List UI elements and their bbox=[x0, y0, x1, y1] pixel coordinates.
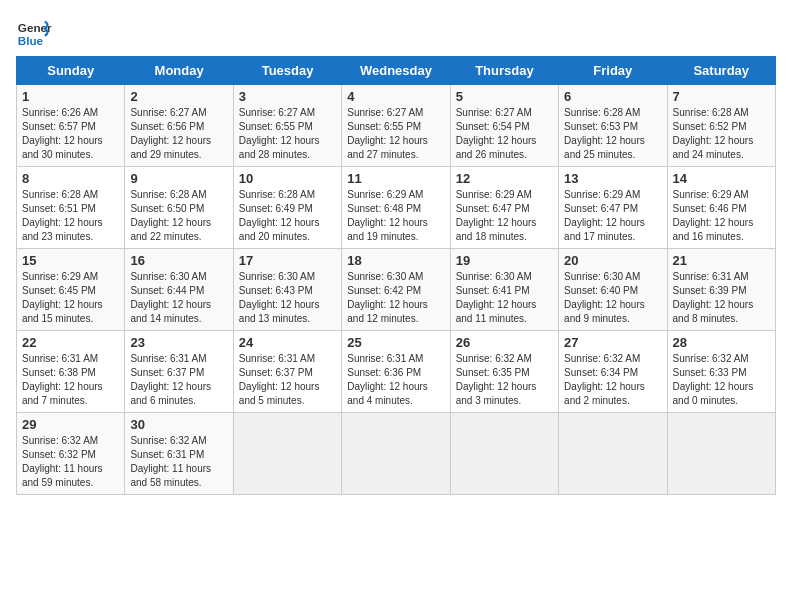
day-cell: 7 Sunrise: 6:28 AMSunset: 6:52 PMDayligh… bbox=[667, 85, 775, 167]
col-header-sunday: Sunday bbox=[17, 57, 125, 85]
day-number: 22 bbox=[22, 335, 119, 350]
day-number: 14 bbox=[673, 171, 770, 186]
day-cell: 11 Sunrise: 6:29 AMSunset: 6:48 PMDaylig… bbox=[342, 167, 450, 249]
calendar-table: SundayMondayTuesdayWednesdayThursdayFrid… bbox=[16, 56, 776, 495]
page-header: General Blue bbox=[16, 16, 776, 52]
week-row-3: 15 Sunrise: 6:29 AMSunset: 6:45 PMDaylig… bbox=[17, 249, 776, 331]
day-cell: 4 Sunrise: 6:27 AMSunset: 6:55 PMDayligh… bbox=[342, 85, 450, 167]
day-detail: Sunrise: 6:32 AMSunset: 6:33 PMDaylight:… bbox=[673, 353, 754, 406]
day-cell bbox=[559, 413, 667, 495]
day-number: 13 bbox=[564, 171, 661, 186]
day-number: 24 bbox=[239, 335, 336, 350]
day-cell: 26 Sunrise: 6:32 AMSunset: 6:35 PMDaylig… bbox=[450, 331, 558, 413]
day-number: 12 bbox=[456, 171, 553, 186]
day-detail: Sunrise: 6:28 AMSunset: 6:51 PMDaylight:… bbox=[22, 189, 103, 242]
day-detail: Sunrise: 6:27 AMSunset: 6:55 PMDaylight:… bbox=[347, 107, 428, 160]
day-number: 9 bbox=[130, 171, 227, 186]
day-number: 15 bbox=[22, 253, 119, 268]
day-detail: Sunrise: 6:32 AMSunset: 6:32 PMDaylight:… bbox=[22, 435, 103, 488]
day-cell: 9 Sunrise: 6:28 AMSunset: 6:50 PMDayligh… bbox=[125, 167, 233, 249]
day-detail: Sunrise: 6:28 AMSunset: 6:50 PMDaylight:… bbox=[130, 189, 211, 242]
day-cell bbox=[342, 413, 450, 495]
day-number: 7 bbox=[673, 89, 770, 104]
day-number: 28 bbox=[673, 335, 770, 350]
day-detail: Sunrise: 6:27 AMSunset: 6:54 PMDaylight:… bbox=[456, 107, 537, 160]
day-cell: 30 Sunrise: 6:32 AMSunset: 6:31 PMDaylig… bbox=[125, 413, 233, 495]
week-row-2: 8 Sunrise: 6:28 AMSunset: 6:51 PMDayligh… bbox=[17, 167, 776, 249]
day-number: 1 bbox=[22, 89, 119, 104]
day-detail: Sunrise: 6:28 AMSunset: 6:49 PMDaylight:… bbox=[239, 189, 320, 242]
day-cell: 19 Sunrise: 6:30 AMSunset: 6:41 PMDaylig… bbox=[450, 249, 558, 331]
col-header-tuesday: Tuesday bbox=[233, 57, 341, 85]
day-cell: 6 Sunrise: 6:28 AMSunset: 6:53 PMDayligh… bbox=[559, 85, 667, 167]
day-cell: 15 Sunrise: 6:29 AMSunset: 6:45 PMDaylig… bbox=[17, 249, 125, 331]
day-detail: Sunrise: 6:28 AMSunset: 6:53 PMDaylight:… bbox=[564, 107, 645, 160]
day-detail: Sunrise: 6:31 AMSunset: 6:37 PMDaylight:… bbox=[239, 353, 320, 406]
day-detail: Sunrise: 6:31 AMSunset: 6:36 PMDaylight:… bbox=[347, 353, 428, 406]
week-row-5: 29 Sunrise: 6:32 AMSunset: 6:32 PMDaylig… bbox=[17, 413, 776, 495]
day-detail: Sunrise: 6:30 AMSunset: 6:42 PMDaylight:… bbox=[347, 271, 428, 324]
day-number: 27 bbox=[564, 335, 661, 350]
day-detail: Sunrise: 6:29 AMSunset: 6:46 PMDaylight:… bbox=[673, 189, 754, 242]
day-detail: Sunrise: 6:31 AMSunset: 6:38 PMDaylight:… bbox=[22, 353, 103, 406]
day-cell bbox=[667, 413, 775, 495]
day-cell: 21 Sunrise: 6:31 AMSunset: 6:39 PMDaylig… bbox=[667, 249, 775, 331]
day-cell: 25 Sunrise: 6:31 AMSunset: 6:36 PMDaylig… bbox=[342, 331, 450, 413]
day-detail: Sunrise: 6:31 AMSunset: 6:39 PMDaylight:… bbox=[673, 271, 754, 324]
day-detail: Sunrise: 6:30 AMSunset: 6:40 PMDaylight:… bbox=[564, 271, 645, 324]
day-cell: 23 Sunrise: 6:31 AMSunset: 6:37 PMDaylig… bbox=[125, 331, 233, 413]
day-cell: 24 Sunrise: 6:31 AMSunset: 6:37 PMDaylig… bbox=[233, 331, 341, 413]
col-header-saturday: Saturday bbox=[667, 57, 775, 85]
day-number: 21 bbox=[673, 253, 770, 268]
day-number: 19 bbox=[456, 253, 553, 268]
day-number: 18 bbox=[347, 253, 444, 268]
day-number: 2 bbox=[130, 89, 227, 104]
day-detail: Sunrise: 6:30 AMSunset: 6:44 PMDaylight:… bbox=[130, 271, 211, 324]
day-detail: Sunrise: 6:26 AMSunset: 6:57 PMDaylight:… bbox=[22, 107, 103, 160]
day-number: 11 bbox=[347, 171, 444, 186]
logo: General Blue bbox=[16, 16, 52, 52]
day-number: 5 bbox=[456, 89, 553, 104]
day-cell bbox=[233, 413, 341, 495]
day-detail: Sunrise: 6:27 AMSunset: 6:55 PMDaylight:… bbox=[239, 107, 320, 160]
day-number: 23 bbox=[130, 335, 227, 350]
day-detail: Sunrise: 6:31 AMSunset: 6:37 PMDaylight:… bbox=[130, 353, 211, 406]
day-number: 10 bbox=[239, 171, 336, 186]
day-detail: Sunrise: 6:29 AMSunset: 6:45 PMDaylight:… bbox=[22, 271, 103, 324]
day-number: 25 bbox=[347, 335, 444, 350]
day-cell: 20 Sunrise: 6:30 AMSunset: 6:40 PMDaylig… bbox=[559, 249, 667, 331]
day-detail: Sunrise: 6:29 AMSunset: 6:48 PMDaylight:… bbox=[347, 189, 428, 242]
day-cell: 27 Sunrise: 6:32 AMSunset: 6:34 PMDaylig… bbox=[559, 331, 667, 413]
day-number: 26 bbox=[456, 335, 553, 350]
col-header-monday: Monday bbox=[125, 57, 233, 85]
day-number: 8 bbox=[22, 171, 119, 186]
col-header-friday: Friday bbox=[559, 57, 667, 85]
svg-text:Blue: Blue bbox=[18, 34, 44, 47]
day-number: 16 bbox=[130, 253, 227, 268]
day-detail: Sunrise: 6:27 AMSunset: 6:56 PMDaylight:… bbox=[130, 107, 211, 160]
day-cell: 12 Sunrise: 6:29 AMSunset: 6:47 PMDaylig… bbox=[450, 167, 558, 249]
day-number: 6 bbox=[564, 89, 661, 104]
day-cell: 16 Sunrise: 6:30 AMSunset: 6:44 PMDaylig… bbox=[125, 249, 233, 331]
day-cell: 5 Sunrise: 6:27 AMSunset: 6:54 PMDayligh… bbox=[450, 85, 558, 167]
day-cell: 2 Sunrise: 6:27 AMSunset: 6:56 PMDayligh… bbox=[125, 85, 233, 167]
day-detail: Sunrise: 6:29 AMSunset: 6:47 PMDaylight:… bbox=[456, 189, 537, 242]
day-detail: Sunrise: 6:29 AMSunset: 6:47 PMDaylight:… bbox=[564, 189, 645, 242]
day-cell: 28 Sunrise: 6:32 AMSunset: 6:33 PMDaylig… bbox=[667, 331, 775, 413]
day-detail: Sunrise: 6:30 AMSunset: 6:41 PMDaylight:… bbox=[456, 271, 537, 324]
col-header-wednesday: Wednesday bbox=[342, 57, 450, 85]
day-cell: 22 Sunrise: 6:31 AMSunset: 6:38 PMDaylig… bbox=[17, 331, 125, 413]
day-cell: 14 Sunrise: 6:29 AMSunset: 6:46 PMDaylig… bbox=[667, 167, 775, 249]
day-number: 20 bbox=[564, 253, 661, 268]
day-detail: Sunrise: 6:32 AMSunset: 6:35 PMDaylight:… bbox=[456, 353, 537, 406]
day-cell: 10 Sunrise: 6:28 AMSunset: 6:49 PMDaylig… bbox=[233, 167, 341, 249]
day-detail: Sunrise: 6:32 AMSunset: 6:31 PMDaylight:… bbox=[130, 435, 211, 488]
day-cell: 17 Sunrise: 6:30 AMSunset: 6:43 PMDaylig… bbox=[233, 249, 341, 331]
col-header-thursday: Thursday bbox=[450, 57, 558, 85]
day-cell bbox=[450, 413, 558, 495]
day-number: 3 bbox=[239, 89, 336, 104]
day-number: 29 bbox=[22, 417, 119, 432]
day-number: 4 bbox=[347, 89, 444, 104]
day-cell: 8 Sunrise: 6:28 AMSunset: 6:51 PMDayligh… bbox=[17, 167, 125, 249]
day-number: 30 bbox=[130, 417, 227, 432]
